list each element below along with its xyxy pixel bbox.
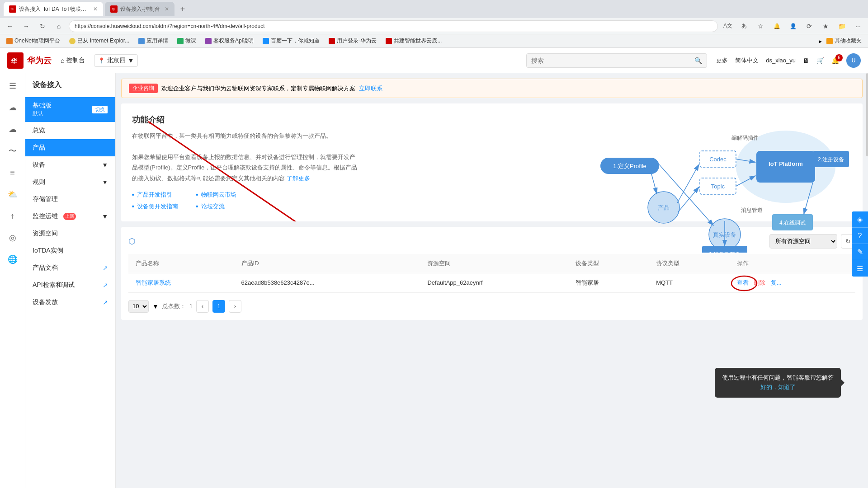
bookmark-huawei-cloud[interactable]: 共建智能世界云底... <box>383 36 444 46</box>
bookmark-onenet[interactable]: OneNet物联网平台 <box>4 36 63 46</box>
switch-button[interactable]: 切换 <box>92 105 108 114</box>
bookmark-ie[interactable]: 已从 Internet Explor... <box>66 36 132 46</box>
col-product-id: 产品ID <box>234 254 420 273</box>
svg-text:3.设备侧开发: 3.设备侧开发 <box>709 251 741 253</box>
user-label[interactable]: ds_xiao_yu <box>766 57 796 64</box>
sidebar-item-monitor[interactable]: 监控运维 上新 ▼ <box>25 208 115 225</box>
profile-button[interactable]: 👤 <box>787 20 799 33</box>
back-button[interactable]: ← <box>4 20 16 33</box>
bookmark-others[interactable]: 其他收藏夹 <box>824 36 864 46</box>
sidebar-cloud-1[interactable]: ☁ <box>4 99 22 117</box>
sidebar-globe[interactable]: 🌐 <box>4 250 22 268</box>
sidebar-item-iotda[interactable]: IoTDA实例 <box>25 242 115 259</box>
home-button[interactable]: ⌂ <box>52 20 65 33</box>
notification-area[interactable]: 🖥 <box>803 57 809 64</box>
bookmark-api[interactable]: 鉴权服务Api说明 <box>203 36 256 46</box>
sidebar-item-storage[interactable]: 存储管理 <box>25 191 115 208</box>
page-1-button[interactable]: 1 <box>212 300 225 313</box>
region-selector[interactable]: 📍 北京四 ▼ <box>94 54 138 67</box>
page-size-select[interactable]: 10 <box>128 300 149 313</box>
copy-button[interactable]: 复... <box>771 279 782 286</box>
new-tab-button[interactable]: + <box>176 3 189 15</box>
more-button-nav[interactable]: 更多 <box>716 56 728 65</box>
reader-button[interactable]: あ <box>738 20 750 33</box>
cart-area[interactable]: 🛒 <box>816 57 824 64</box>
bookmark-ie-icon <box>69 38 75 44</box>
page-total-label: 总条数： <box>162 302 186 310</box>
float-btn-4[interactable]: ☰ <box>852 260 868 277</box>
sidebar-cloud-2[interactable]: ☁ <box>4 120 22 138</box>
sidebar-item-api-label: API检索和调试 <box>33 281 75 289</box>
product-id-cell: 62aead8b538e623c4287e... <box>234 273 420 292</box>
more-button[interactable]: ··· <box>852 20 864 33</box>
next-page-button[interactable]: › <box>229 300 241 313</box>
console-nav-item[interactable]: ⌂ 控制台 <box>61 56 85 65</box>
bookmark-app[interactable]: 应用详情 <box>136 36 171 46</box>
sidebar-item-overview[interactable]: 总览 <box>25 122 115 139</box>
delete-button[interactable]: 删除 <box>754 279 765 286</box>
extension-button[interactable]: 🔔 <box>770 20 783 33</box>
tooltip-arrow <box>841 379 844 386</box>
prev-page-button[interactable]: ‹ <box>196 300 209 313</box>
sidebar-upload[interactable]: ↑ <box>4 207 22 225</box>
sidebar-item-docs[interactable]: 产品文档 ↗ <box>25 259 115 277</box>
feature-link-device-guide[interactable]: 物联网云市场 <box>196 191 236 199</box>
feature-link-market[interactable]: 设备侧开发指南 <box>132 202 178 211</box>
float-btn-1[interactable]: ◈ <box>852 211 868 228</box>
bookmark-baidu[interactable]: 百度一下，你就知道 <box>260 36 322 46</box>
sidebar-item-rule-arrow: ▼ <box>102 178 108 186</box>
sidebar-cloud-3[interactable]: ⛅ <box>4 185 22 203</box>
sidebar-item-rule[interactable]: 规则 ▼ <box>25 174 115 191</box>
address-bar[interactable]: https://console.huaweicloud.com/iotdm/?r… <box>69 20 718 32</box>
sidebar-item-device[interactable]: 设备 ▼ <box>25 156 115 174</box>
bookmark-app-label: 应用详情 <box>146 37 168 45</box>
scrollbar-thumb <box>866 73 868 156</box>
product-name-link[interactable]: 智能家居系统 <box>136 279 171 286</box>
view-action-container: 查看 <box>737 279 749 287</box>
sidebar-circle[interactable]: ◎ <box>4 229 22 247</box>
tab-2-close[interactable]: ✕ <box>165 6 169 12</box>
sidebar-item-resource[interactable]: 资源空间 <box>25 225 115 242</box>
bookmark-huawei-login[interactable]: 用户登录-华为云 <box>326 36 379 46</box>
favorite-button[interactable]: ★ <box>819 20 832 33</box>
more-link[interactable]: 了解更多 <box>287 175 310 182</box>
feature-text: 在物联网平台中，某一类具有相同能力或特征的设备的合集被称为一款产品。如果您希望使… <box>132 131 358 183</box>
profile-avatar[interactable]: U <box>846 53 861 68</box>
feature-link-dev-guide[interactable]: 产品开发指引 <box>132 191 178 199</box>
float-btn-2[interactable]: ? <box>852 228 868 244</box>
tab-2[interactable]: 华 设备接入-控制台 ✕ <box>105 2 175 16</box>
bookmark-onenet-icon <box>6 38 13 44</box>
sync-button[interactable]: ⟳ <box>803 20 816 33</box>
notification-bell-area[interactable]: 🔔 6 <box>831 57 839 64</box>
forward-button[interactable]: → <box>20 20 33 33</box>
version-label: 基础版 <box>33 102 52 110</box>
bookmark-course-icon <box>177 38 184 44</box>
feature-link-group-1: 产品开发指引 设备侧开发指南 <box>132 191 178 211</box>
huawei-logo[interactable]: 华 华为云 <box>7 52 52 69</box>
refresh-button[interactable]: ↻ <box>36 20 49 33</box>
search-bar[interactable]: 🔍 <box>526 53 707 68</box>
bookmarks-more[interactable]: ▸ 其他收藏夹 <box>819 36 864 46</box>
search-input[interactable] <box>531 57 691 64</box>
tab-1[interactable]: 华 设备接入_IoTDA_IoT物联网IoT ✕ <box>4 2 103 16</box>
sidebar-menu-icon[interactable]: ☰ <box>4 77 22 95</box>
bookmark-course[interactable]: 微课 <box>175 36 199 46</box>
svg-text:Codec: Codec <box>709 156 726 163</box>
collection-button[interactable]: 📁 <box>835 20 848 33</box>
float-btn-3[interactable]: ✎ <box>852 244 868 260</box>
sidebar-item-product[interactable]: 产品 <box>25 139 115 156</box>
scrollbar[interactable] <box>866 73 868 488</box>
language-button[interactable]: 简体中文 <box>735 56 759 65</box>
feature-link-forum[interactable]: 论坛交流 <box>196 202 236 211</box>
sidebar-item-deploy[interactable]: 设备发放 ↗ <box>25 294 115 311</box>
sidebar-wave[interactable]: 〜 <box>4 142 22 160</box>
view-button[interactable]: 查看 <box>737 279 749 286</box>
sidebar-item-api[interactable]: API检索和调试 ↗ <box>25 277 115 294</box>
bookmark-button[interactable]: ☆ <box>754 20 767 33</box>
tooltip-link[interactable]: 好的，知道了 <box>760 384 796 390</box>
sidebar-list[interactable]: ≡ <box>4 164 22 182</box>
tab-1-close[interactable]: ✕ <box>93 6 98 12</box>
translate-button[interactable]: A文 <box>722 20 734 33</box>
banner-link[interactable]: 立即联系 <box>359 84 382 93</box>
sidebar-item-device-label: 设备 <box>33 161 45 169</box>
